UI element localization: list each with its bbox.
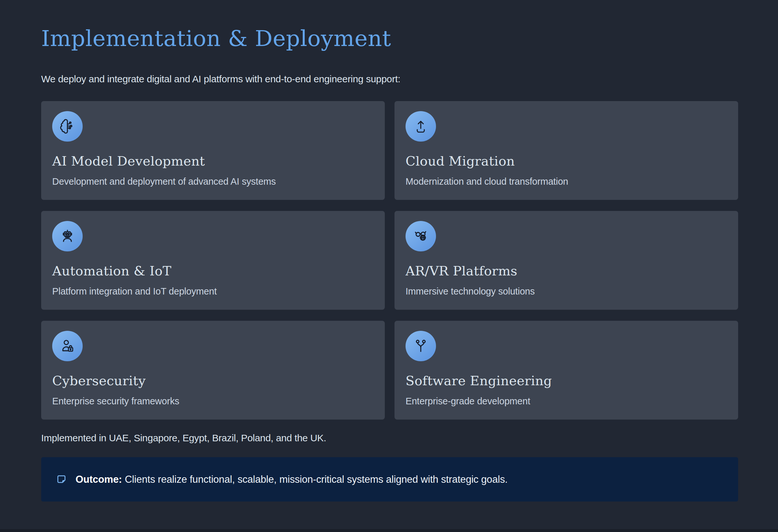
card-description: Enterprise security frameworks <box>52 395 373 408</box>
page-title: Implementation & Deployment <box>41 25 738 52</box>
outcome-text: Outcome:Clients realize functional, scal… <box>76 474 508 485</box>
intro-text: We deploy and integrate digital and AI p… <box>41 73 738 86</box>
card-description: Modernization and cloud transformation <box>405 176 726 188</box>
sticky-note-icon <box>56 474 67 485</box>
implementation-deployment-page: Implementation & Deployment We deploy an… <box>0 25 778 502</box>
card-ai-model-development: AI Model Development Development and dep… <box>41 101 385 200</box>
card-title: AI Model Development <box>52 153 373 169</box>
bottom-edge-strip <box>0 529 778 532</box>
outcome-label: Outcome: <box>76 474 122 485</box>
card-description: Enterprise-grade development <box>405 395 726 408</box>
card-description: Platform integration and IoT deployment <box>52 285 373 298</box>
outcome-body: Clients realize functional, scalable, mi… <box>125 474 508 485</box>
brain-circuit-icon <box>52 111 83 142</box>
card-software-engineering: Software Engineering Enterprise-grade de… <box>394 321 738 420</box>
outcome-callout: Outcome:Clients realize functional, scal… <box>41 457 738 502</box>
card-title: AR/VR Platforms <box>405 263 726 279</box>
vr-glasses-globe-icon <box>405 221 436 251</box>
user-lock-icon <box>52 331 83 361</box>
git-merge-icon <box>405 331 436 361</box>
regions-note: Implemented in UAE, Singapore, Egypt, Br… <box>41 433 738 444</box>
cloud-upload-icon <box>405 111 436 142</box>
card-description: Development and deployment of advanced A… <box>52 176 373 188</box>
services-grid: AI Model Development Development and dep… <box>41 101 738 420</box>
card-cloud-migration: Cloud Migration Modernization and cloud … <box>394 101 738 200</box>
robot-icon <box>52 221 83 251</box>
card-title: Cloud Migration <box>405 153 726 169</box>
card-ar-vr-platforms: AR/VR Platforms Immersive technology sol… <box>394 211 738 310</box>
card-title: Cybersecurity <box>52 373 373 388</box>
card-cybersecurity: Cybersecurity Enterprise security framew… <box>41 321 385 420</box>
card-description: Immersive technology solutions <box>405 285 726 298</box>
card-automation-iot: Automation & IoT Platform integration an… <box>41 211 385 310</box>
card-title: Software Engineering <box>405 373 726 388</box>
card-title: Automation & IoT <box>52 263 373 279</box>
